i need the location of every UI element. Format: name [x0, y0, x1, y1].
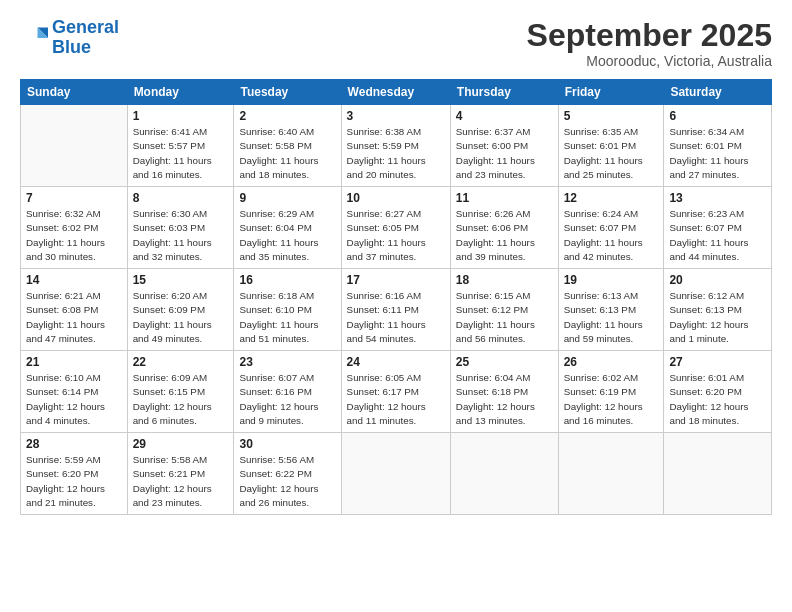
calendar-cell: 14Sunrise: 6:21 AMSunset: 6:08 PMDayligh… — [21, 269, 128, 351]
day-number: 1 — [133, 109, 229, 123]
calendar-cell — [450, 433, 558, 515]
day-number: 20 — [669, 273, 766, 287]
day-info: Sunrise: 6:15 AMSunset: 6:12 PMDaylight:… — [456, 289, 553, 346]
day-info: Sunrise: 5:56 AMSunset: 6:22 PMDaylight:… — [239, 453, 335, 510]
day-number: 18 — [456, 273, 553, 287]
day-info: Sunrise: 6:30 AMSunset: 6:03 PMDaylight:… — [133, 207, 229, 264]
day-number: 17 — [347, 273, 445, 287]
day-number: 4 — [456, 109, 553, 123]
day-info: Sunrise: 6:10 AMSunset: 6:14 PMDaylight:… — [26, 371, 122, 428]
calendar-cell: 19Sunrise: 6:13 AMSunset: 6:13 PMDayligh… — [558, 269, 664, 351]
day-number: 23 — [239, 355, 335, 369]
day-info: Sunrise: 6:29 AMSunset: 6:04 PMDaylight:… — [239, 207, 335, 264]
calendar-cell: 17Sunrise: 6:16 AMSunset: 6:11 PMDayligh… — [341, 269, 450, 351]
header: General Blue September 2025 Moorooduc, V… — [20, 18, 772, 69]
calendar-cell: 11Sunrise: 6:26 AMSunset: 6:06 PMDayligh… — [450, 187, 558, 269]
day-number: 5 — [564, 109, 659, 123]
calendar-week-1: 1Sunrise: 6:41 AMSunset: 5:57 PMDaylight… — [21, 105, 772, 187]
day-info: Sunrise: 6:21 AMSunset: 6:08 PMDaylight:… — [26, 289, 122, 346]
day-info: Sunrise: 6:34 AMSunset: 6:01 PMDaylight:… — [669, 125, 766, 182]
calendar-cell: 13Sunrise: 6:23 AMSunset: 6:07 PMDayligh… — [664, 187, 772, 269]
calendar-cell: 8Sunrise: 6:30 AMSunset: 6:03 PMDaylight… — [127, 187, 234, 269]
day-number: 8 — [133, 191, 229, 205]
day-number: 10 — [347, 191, 445, 205]
day-number: 9 — [239, 191, 335, 205]
calendar-cell: 16Sunrise: 6:18 AMSunset: 6:10 PMDayligh… — [234, 269, 341, 351]
location: Moorooduc, Victoria, Australia — [527, 53, 772, 69]
day-info: Sunrise: 6:35 AMSunset: 6:01 PMDaylight:… — [564, 125, 659, 182]
day-info: Sunrise: 6:40 AMSunset: 5:58 PMDaylight:… — [239, 125, 335, 182]
calendar-cell: 23Sunrise: 6:07 AMSunset: 6:16 PMDayligh… — [234, 351, 341, 433]
day-info: Sunrise: 6:24 AMSunset: 6:07 PMDaylight:… — [564, 207, 659, 264]
day-number: 19 — [564, 273, 659, 287]
day-info: Sunrise: 6:23 AMSunset: 6:07 PMDaylight:… — [669, 207, 766, 264]
header-monday: Monday — [127, 80, 234, 105]
day-info: Sunrise: 6:18 AMSunset: 6:10 PMDaylight:… — [239, 289, 335, 346]
day-number: 15 — [133, 273, 229, 287]
calendar-cell: 26Sunrise: 6:02 AMSunset: 6:19 PMDayligh… — [558, 351, 664, 433]
day-info: Sunrise: 6:02 AMSunset: 6:19 PMDaylight:… — [564, 371, 659, 428]
day-info: Sunrise: 6:05 AMSunset: 6:17 PMDaylight:… — [347, 371, 445, 428]
day-info: Sunrise: 6:09 AMSunset: 6:15 PMDaylight:… — [133, 371, 229, 428]
day-number: 22 — [133, 355, 229, 369]
calendar-week-2: 7Sunrise: 6:32 AMSunset: 6:02 PMDaylight… — [21, 187, 772, 269]
day-info: Sunrise: 6:16 AMSunset: 6:11 PMDaylight:… — [347, 289, 445, 346]
calendar-cell — [664, 433, 772, 515]
day-info: Sunrise: 6:32 AMSunset: 6:02 PMDaylight:… — [26, 207, 122, 264]
header-friday: Friday — [558, 80, 664, 105]
calendar-cell: 29Sunrise: 5:58 AMSunset: 6:21 PMDayligh… — [127, 433, 234, 515]
calendar-cell: 5Sunrise: 6:35 AMSunset: 6:01 PMDaylight… — [558, 105, 664, 187]
logo: General Blue — [20, 18, 119, 58]
calendar-cell: 9Sunrise: 6:29 AMSunset: 6:04 PMDaylight… — [234, 187, 341, 269]
logo-text: General Blue — [52, 18, 119, 58]
day-number: 28 — [26, 437, 122, 451]
calendar-week-3: 14Sunrise: 6:21 AMSunset: 6:08 PMDayligh… — [21, 269, 772, 351]
calendar-cell: 6Sunrise: 6:34 AMSunset: 6:01 PMDaylight… — [664, 105, 772, 187]
day-info: Sunrise: 6:01 AMSunset: 6:20 PMDaylight:… — [669, 371, 766, 428]
day-number: 24 — [347, 355, 445, 369]
logo-icon — [20, 24, 48, 52]
day-number: 25 — [456, 355, 553, 369]
day-info: Sunrise: 6:27 AMSunset: 6:05 PMDaylight:… — [347, 207, 445, 264]
calendar-cell: 7Sunrise: 6:32 AMSunset: 6:02 PMDaylight… — [21, 187, 128, 269]
day-number: 2 — [239, 109, 335, 123]
header-thursday: Thursday — [450, 80, 558, 105]
calendar-cell: 27Sunrise: 6:01 AMSunset: 6:20 PMDayligh… — [664, 351, 772, 433]
calendar-cell — [558, 433, 664, 515]
day-number: 29 — [133, 437, 229, 451]
month-title: September 2025 — [527, 18, 772, 53]
calendar-cell: 15Sunrise: 6:20 AMSunset: 6:09 PMDayligh… — [127, 269, 234, 351]
calendar-cell: 20Sunrise: 6:12 AMSunset: 6:13 PMDayligh… — [664, 269, 772, 351]
day-number: 14 — [26, 273, 122, 287]
day-info: Sunrise: 6:37 AMSunset: 6:00 PMDaylight:… — [456, 125, 553, 182]
day-info: Sunrise: 5:59 AMSunset: 6:20 PMDaylight:… — [26, 453, 122, 510]
day-number: 11 — [456, 191, 553, 205]
calendar-cell: 18Sunrise: 6:15 AMSunset: 6:12 PMDayligh… — [450, 269, 558, 351]
calendar-week-4: 21Sunrise: 6:10 AMSunset: 6:14 PMDayligh… — [21, 351, 772, 433]
day-number: 30 — [239, 437, 335, 451]
day-info: Sunrise: 6:20 AMSunset: 6:09 PMDaylight:… — [133, 289, 229, 346]
day-number: 13 — [669, 191, 766, 205]
calendar-cell: 21Sunrise: 6:10 AMSunset: 6:14 PMDayligh… — [21, 351, 128, 433]
day-number: 16 — [239, 273, 335, 287]
day-info: Sunrise: 6:41 AMSunset: 5:57 PMDaylight:… — [133, 125, 229, 182]
logo-general: General — [52, 17, 119, 37]
day-info: Sunrise: 5:58 AMSunset: 6:21 PMDaylight:… — [133, 453, 229, 510]
title-block: September 2025 Moorooduc, Victoria, Aust… — [527, 18, 772, 69]
calendar-cell: 3Sunrise: 6:38 AMSunset: 5:59 PMDaylight… — [341, 105, 450, 187]
header-saturday: Saturday — [664, 80, 772, 105]
day-number: 6 — [669, 109, 766, 123]
calendar-header-row: Sunday Monday Tuesday Wednesday Thursday… — [21, 80, 772, 105]
calendar-cell: 28Sunrise: 5:59 AMSunset: 6:20 PMDayligh… — [21, 433, 128, 515]
day-number: 21 — [26, 355, 122, 369]
calendar-cell: 2Sunrise: 6:40 AMSunset: 5:58 PMDaylight… — [234, 105, 341, 187]
day-number: 26 — [564, 355, 659, 369]
page: General Blue September 2025 Moorooduc, V… — [0, 0, 792, 612]
calendar-cell: 10Sunrise: 6:27 AMSunset: 6:05 PMDayligh… — [341, 187, 450, 269]
day-info: Sunrise: 6:07 AMSunset: 6:16 PMDaylight:… — [239, 371, 335, 428]
day-number: 7 — [26, 191, 122, 205]
calendar-cell: 24Sunrise: 6:05 AMSunset: 6:17 PMDayligh… — [341, 351, 450, 433]
day-info: Sunrise: 6:13 AMSunset: 6:13 PMDaylight:… — [564, 289, 659, 346]
calendar-cell: 12Sunrise: 6:24 AMSunset: 6:07 PMDayligh… — [558, 187, 664, 269]
calendar-cell: 25Sunrise: 6:04 AMSunset: 6:18 PMDayligh… — [450, 351, 558, 433]
